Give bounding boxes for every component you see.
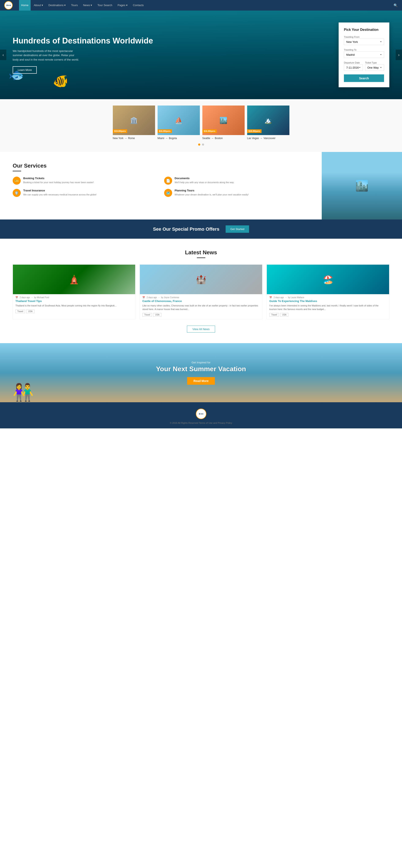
news-body-france: Like so many other castles, Chenonceau w…: [140, 304, 262, 313]
news-grid: 🛕 📅 2 days ago • by Michael Ford Thailan…: [13, 265, 389, 319]
hero-title: Hundreds of Destinations Worldwide: [13, 36, 389, 46]
inspiration-sub: Get Inspired for: [156, 361, 246, 364]
picker-date-select[interactable]: 7-11-2016 7-12-2016 7-13-2016: [344, 64, 363, 71]
news-date-text-france: 2 days ago: [147, 296, 157, 299]
services-section: Our Services 🎫 Booking Tickets Booking a…: [0, 152, 402, 219]
news-date-thailand: 📅: [16, 296, 18, 299]
picker-from-select[interactable]: New York Los Angeles Chicago Miami: [344, 39, 384, 45]
news-tag-usa-2[interactable]: USA: [153, 313, 162, 316]
news-tags-thailand: Travel USA: [13, 310, 135, 316]
nav-item-home[interactable]: Home: [19, 0, 31, 10]
nav-item-news[interactable]: News ▾: [81, 0, 94, 10]
news-date-france-icon: 📅: [142, 296, 145, 299]
hero-section: 🐟 🐠 🐡 ‹ Hundreds of Destinations Worldwi…: [0, 10, 402, 99]
news-tag-travel-1[interactable]: Travel: [16, 310, 25, 313]
service-booking-title: Booking Tickets: [23, 177, 94, 180]
services-grid: 🎫 Booking Tickets Booking a ticket for y…: [13, 177, 309, 197]
dest-price-boston: $16.00/pers: [202, 129, 217, 133]
news-author-maldives: by Laura Wallace: [288, 296, 304, 299]
dest-route-vancouver: Las Vegas → Vancouver: [247, 135, 289, 140]
news-divider: [197, 257, 205, 258]
service-item-documents: 📄 Documents We'll help you with any visa…: [164, 177, 309, 185]
picker-to-select[interactable]: Madrid Rome Paris Tokyo: [344, 52, 384, 58]
picker-to-label: Traveling To: [344, 49, 356, 51]
destination-picker: Pick Your Destination Traveling From New…: [339, 23, 389, 87]
service-booking-desc: Booking a ticket for your next holiday j…: [23, 181, 94, 184]
nav-item-about[interactable]: About ▾: [32, 0, 46, 10]
insurance-icon: 🛡️: [13, 189, 21, 197]
hero-next-arrow[interactable]: ›: [396, 50, 402, 60]
dest-card-bogota[interactable]: ⛵ $16.00/pers Miami → Bogota: [157, 105, 200, 140]
search-icon[interactable]: 🔍: [394, 3, 398, 7]
footer: ☀★★ © 2016 All Rights Reserved Terms of …: [0, 402, 402, 428]
news-date-text-thailand: 2 days ago: [20, 296, 30, 299]
ticket-icon: 🎫: [13, 177, 21, 185]
news-tag-usa-1[interactable]: USA: [26, 310, 34, 313]
nav-item-tours[interactable]: Tours: [69, 0, 80, 10]
nav-item-destinations[interactable]: Destinations ▾: [46, 0, 68, 10]
news-meta-thailand: 📅 2 days ago • by Michael Ford: [13, 294, 135, 300]
inspiration-section: 👫 Get Inspired for Your Next Summer Vaca…: [0, 343, 402, 402]
news-meta-maldives: 📅 2 days ago • by Laura Wallace: [267, 294, 389, 300]
news-section: Latest News 🛕 📅 2 days ago • by Michael …: [0, 239, 402, 343]
news-image-maldives: 🏖️: [267, 265, 389, 294]
dest-card-vancouver[interactable]: 🏔️ $18.00/pers Las Vegas → Vancouver: [247, 105, 289, 140]
news-date-maldives-icon: 📅: [269, 296, 272, 299]
hero-prev-arrow[interactable]: ‹: [0, 50, 6, 60]
hero-learn-more-button[interactable]: Learn More: [13, 66, 37, 74]
footer-logo: ☀★★: [196, 409, 206, 419]
service-item-booking: 🎫 Booking Tickets Booking a ticket for y…: [13, 177, 158, 185]
picker-search-button[interactable]: Search: [344, 74, 384, 82]
picker-ticket-label: Ticket Type: [365, 61, 377, 64]
news-card-thailand: 🛕 📅 2 days ago • by Michael Ford Thailan…: [13, 265, 136, 319]
news-tag-travel-2[interactable]: Travel: [142, 313, 152, 316]
dest-card-boston[interactable]: 🏙️ $16.00/pers Seattle → Boston: [202, 105, 245, 140]
carousel-dots: [4, 144, 398, 146]
news-tags-france: Travel USA: [140, 313, 262, 319]
news-body-thailand: Thailand is the travel hub of Southeast …: [13, 304, 135, 310]
dest-route-bogota: Miami → Bogota: [157, 135, 200, 140]
footer-copyright: © 2016 All Rights Reserved Terms of Use …: [4, 422, 398, 424]
logo-icon: ☀★★: [4, 1, 13, 9]
promo-get-started-button[interactable]: Get Started: [226, 225, 249, 233]
news-tag-usa-3[interactable]: USA: [280, 313, 288, 316]
promo-banner: See Our Special Promo Offers Get Started: [0, 219, 402, 239]
dest-route-boston: Seattle → Boston: [202, 135, 245, 140]
inspiration-title: Your Next Summer Vacation: [156, 365, 246, 373]
news-author-thailand: by Michael Ford: [34, 296, 49, 299]
services-city-image: 🏙️: [322, 152, 402, 219]
picker-ticket-select[interactable]: One Way Round Trip: [365, 64, 384, 71]
news-author-france: by Joyce Contreras: [161, 296, 179, 299]
news-title-france[interactable]: Castle of Chenonceau, France: [140, 300, 262, 304]
news-meta-france: 📅 2 days ago • by Joyce Contreras: [140, 294, 262, 300]
news-title-maldives[interactable]: Guide To Experiencing The Maldives: [267, 300, 389, 304]
carousel-dot-1[interactable]: [198, 144, 200, 146]
service-item-planning: 🗺️ Planning Tours Whatever your dream de…: [164, 189, 309, 197]
news-tag-travel-3[interactable]: Travel: [269, 313, 279, 316]
hero-subtitle: We handpicked hundreds of the most spect…: [13, 49, 80, 62]
nav-item-tour-search[interactable]: Tour Search: [95, 0, 114, 10]
inspiration-content: Get Inspired for Your Next Summer Vacati…: [156, 361, 246, 385]
services-left: Our Services 🎫 Booking Tickets Booking a…: [0, 152, 322, 219]
services-title: Our Services: [13, 162, 309, 169]
news-date-text-maldives: 2 days ago: [274, 296, 284, 299]
inspiration-read-more-button[interactable]: Read More: [187, 377, 215, 385]
news-body-maldives: I've always been interested in seeing th…: [267, 304, 389, 313]
news-image-france: 🏰: [140, 265, 262, 294]
view-all-news-button[interactable]: View All News: [187, 326, 215, 333]
nav-item-contacts[interactable]: Contacts: [131, 0, 146, 10]
carousel-dot-2[interactable]: [202, 144, 204, 146]
news-card-france: 🏰 📅 2 days ago • by Joyce Contreras Cast…: [140, 265, 262, 319]
news-title-thailand[interactable]: Thailand Travel Tips: [13, 300, 135, 304]
service-documents-desc: We'll help you with any visas or documen…: [175, 181, 234, 184]
nav-items: Home About ▾ Destinations ▾ Tours News ▾…: [19, 0, 394, 10]
planning-icon: 🗺️: [164, 189, 172, 197]
nav-logo[interactable]: ☀★★: [4, 1, 13, 9]
picker-date-label: Departure Date: [344, 61, 360, 64]
service-planning-title: Planning Tours: [175, 189, 249, 192]
dest-card-rome[interactable]: 🏛️ $19.00/pers New York → Rome: [113, 105, 155, 140]
service-documents-title: Documents: [175, 177, 234, 180]
news-image-thailand: 🛕: [13, 265, 135, 294]
navbar: ☀★★ Home About ▾ Destinations ▾ Tours Ne…: [0, 0, 402, 10]
nav-item-pages[interactable]: Pages ▾: [115, 0, 130, 10]
